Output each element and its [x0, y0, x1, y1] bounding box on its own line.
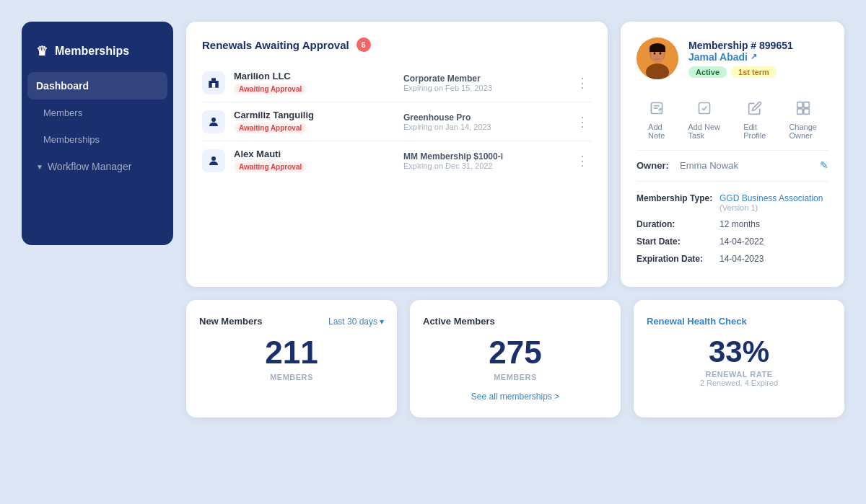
membership-id: Membership # 899651	[688, 40, 828, 51]
add-note-button[interactable]: Add Note	[648, 101, 665, 140]
edit-icon	[748, 101, 762, 119]
edit-profile-button[interactable]: Edit Profile	[743, 101, 766, 140]
sidebar: ♛ Memberships Dashboard Members Membersh…	[22, 22, 173, 245]
renewal-health-header: Renewal Health Check	[647, 316, 831, 327]
sidebar-item-workflow[interactable]: ▼ Workflow Manager	[22, 153, 173, 180]
filter-label: Last 30 days	[328, 317, 377, 327]
start-date-value: 14-04-2022	[720, 236, 764, 247]
svg-point-9	[654, 52, 656, 55]
member-name[interactable]: Jamal Abadi ↗	[688, 51, 828, 63]
renewal-rate: 33%	[647, 337, 831, 367]
active-members-count: 275	[423, 337, 608, 368]
renewal-name-1: Carmiliz Tanguilig	[234, 110, 395, 120]
change-owner-label: Change Owner	[789, 123, 817, 140]
renewal-menu-0[interactable]: ⋮	[573, 75, 592, 91]
renewal-info-1: Carmiliz Tanguilig Awaiting Approval	[234, 110, 395, 133]
renewal-type-1: Greenhouse Pro	[403, 112, 564, 123]
renewal-item: Alex Mauti Awaiting Approval MM Membersh…	[202, 141, 592, 180]
sidebar-item-memberships[interactable]: Memberships	[22, 126, 173, 153]
edit-owner-icon[interactable]: ✎	[820, 159, 828, 171]
svg-point-10	[660, 52, 662, 55]
avatar	[637, 37, 678, 79]
add-task-button[interactable]: Add New Task	[688, 101, 720, 140]
expiration-date-value: 14-04-2023	[720, 254, 764, 264]
sidebar-members-label: Members	[43, 107, 82, 118]
svg-rect-20	[797, 102, 802, 108]
chevron-icon: ▾	[380, 317, 384, 327]
renewal-type-0: Corporate Member	[403, 74, 564, 84]
detail-card: Membership # 899651 Jamal Abadi ↗ Active…	[621, 22, 844, 287]
renewal-expiry-1: Expiring on Jan 14, 2023	[403, 123, 564, 131]
renewals-header: Renewals Awaiting Approval 6	[202, 37, 592, 52]
renewal-health-title: Renewal Health Check	[647, 316, 747, 327]
change-owner-button[interactable]: Change Owner	[789, 101, 817, 140]
sidebar-item-dashboard[interactable]: Dashboard	[27, 72, 167, 100]
new-members-filter[interactable]: Last 30 days ▾	[328, 317, 384, 327]
renewal-menu-1[interactable]: ⋮	[573, 114, 592, 130]
renewals-badge: 6	[357, 37, 371, 52]
duration-label: Duration:	[637, 219, 720, 229]
renewal-type-col-2: MM Membership $1000-i Expiring on Dec 31…	[403, 151, 564, 170]
sidebar-title: Memberships	[55, 45, 129, 58]
svg-point-11	[657, 56, 658, 57]
edit-profile-label: Edit Profile	[743, 123, 766, 140]
renewal-status-2: Awaiting Approval	[234, 162, 307, 172]
renewal-expiry-2: Expiring on Dec 31, 2022	[403, 162, 564, 170]
sidebar-memberships-label: Memberships	[43, 134, 100, 145]
svg-rect-13	[650, 48, 665, 52]
renewal-type-col-0: Corporate Member Expiring on Feb 15, 202…	[403, 74, 564, 92]
expiration-date-label: Expiration Date:	[637, 254, 720, 264]
active-members-title: Active Members	[423, 316, 495, 327]
top-row: Renewals Awaiting Approval 6 Marilion LL…	[186, 22, 844, 287]
new-members-header: New Members Last 30 days ▾	[199, 316, 384, 327]
detail-header: Membership # 899651 Jamal Abadi ↗ Active…	[637, 37, 828, 79]
active-members-label: MEMBERS	[423, 373, 608, 381]
membership-type-field: Membership Type: GGD Business Associatio…	[637, 193, 828, 212]
svg-rect-21	[804, 102, 810, 108]
renewal-rate-label: RENEWAL RATE	[647, 370, 831, 379]
external-link-icon: ↗	[751, 52, 757, 61]
new-members-title: New Members	[199, 316, 262, 327]
active-tag: Active	[688, 66, 727, 78]
member-info: Membership # 899651 Jamal Abadi ↗ Active…	[688, 40, 828, 78]
svg-point-4	[211, 156, 216, 161]
renewal-health-card: Renewal Health Check 33% RENEWAL RATE 2 …	[634, 300, 844, 417]
term-tag: 1st term	[731, 66, 777, 78]
member-name-text: Jamal Abadi	[688, 51, 748, 63]
add-task-label: Add New Task	[688, 123, 720, 140]
renewal-expiry-0: Expiring on Feb 15, 2023	[403, 84, 564, 92]
sidebar-item-members[interactable]: Members	[22, 100, 173, 126]
svg-rect-1	[211, 78, 216, 81]
chevron-down-icon: ▼	[36, 163, 43, 171]
crown-icon: ♛	[36, 43, 48, 59]
see-all-memberships-link[interactable]: See all memberships >	[423, 392, 608, 402]
renewal-name-2: Alex Mauti	[234, 149, 395, 159]
task-icon	[697, 101, 712, 119]
start-date-field: Start Date: 14-04-2022	[637, 236, 828, 247]
renewal-sub: 2 Renewed, 4 Expired	[647, 379, 831, 387]
svg-rect-2	[212, 83, 216, 88]
owner-icon	[796, 101, 810, 119]
sidebar-workflow-label: Workflow Manager	[48, 161, 131, 172]
membership-type-sub: (Version 1)	[720, 203, 823, 212]
renewal-info-2: Alex Mauti Awaiting Approval	[234, 149, 395, 172]
note-icon	[650, 101, 664, 119]
renewal-item: Carmiliz Tanguilig Awaiting Approval Gre…	[202, 102, 592, 141]
svg-rect-22	[797, 109, 802, 115]
renewal-menu-2[interactable]: ⋮	[573, 153, 592, 169]
owner-label: Owner:	[637, 160, 680, 171]
membership-type-label: Membership Type:	[637, 193, 720, 203]
renewal-name-0: Marilion LLC	[234, 71, 395, 81]
new-members-count: 211	[199, 337, 384, 368]
duration-field: Duration: 12 months	[637, 219, 828, 229]
renewals-card: Renewals Awaiting Approval 6 Marilion LL…	[186, 22, 608, 287]
new-members-label: MEMBERS	[199, 373, 384, 381]
add-note-label: Add Note	[648, 123, 665, 140]
sidebar-header: ♛ Memberships	[22, 36, 173, 72]
renewal-type-col-1: Greenhouse Pro Expiring on Jan 14, 2023	[403, 112, 564, 131]
sidebar-dashboard-label: Dashboard	[36, 80, 89, 92]
action-row: Add Note Add New Task Edit Profile	[637, 91, 828, 151]
membership-type-link[interactable]: GGD Business Association	[720, 193, 823, 203]
company-icon	[202, 71, 225, 94]
renewal-status-1: Awaiting Approval	[234, 123, 307, 133]
